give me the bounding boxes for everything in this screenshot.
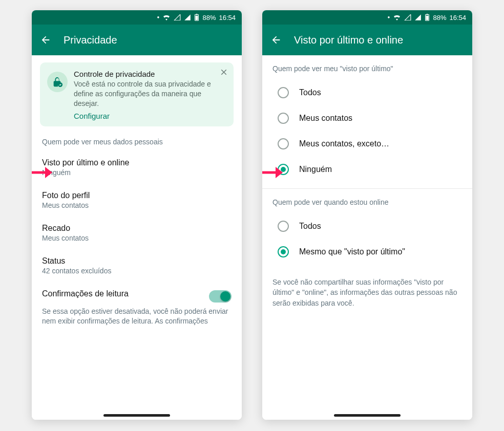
- status-bar: ● 88% 16:54: [32, 10, 242, 25]
- close-icon[interactable]: [219, 68, 228, 79]
- lock-check-icon: [47, 72, 68, 92]
- wifi-icon: [393, 14, 401, 20]
- phone-privacy-screen: ● 88% 16:54 Privacidade Controle de priv…: [32, 10, 242, 420]
- notification-dot-icon: ●: [388, 15, 390, 19]
- footer-note: Se você não compartilhar suas informaçõe…: [262, 271, 472, 308]
- radio-label: Meus contatos: [299, 114, 352, 123]
- setting-title: Visto por último e online: [42, 158, 232, 167]
- wifi-icon: [162, 14, 171, 20]
- nav-bar: [32, 411, 242, 420]
- radio-group-online: Todos Mesmo que "visto por último": [262, 211, 472, 271]
- setting-value: Meus contatos: [42, 201, 232, 209]
- setting-title: Recado: [42, 224, 232, 233]
- banner-text: Você está no controle da sua privacidade…: [74, 79, 226, 109]
- banner-title: Controle de privacidade: [74, 70, 226, 78]
- section-header-online: Quem pode ver quando estou online: [262, 189, 472, 211]
- section-header-lastseen: Quem pode ver meu "visto por último": [262, 55, 472, 78]
- setting-about[interactable]: Recado Meus contatos: [32, 217, 242, 249]
- radio-option-contacts[interactable]: Meus contatos: [262, 105, 472, 131]
- notification-dot-icon: ●: [157, 15, 160, 19]
- radio-icon: [278, 113, 289, 124]
- radio-group-lastseen: Todos Meus contatos Meus contatos, excet…: [262, 78, 472, 189]
- home-indicator[interactable]: [334, 414, 401, 417]
- battery-icon: [194, 14, 199, 21]
- signal-alt-icon: [174, 14, 181, 20]
- privacy-banner[interactable]: Controle de privacidade Você está no con…: [40, 62, 234, 126]
- svg-rect-7: [426, 16, 429, 20]
- setting-title: Status: [42, 256, 232, 266]
- setting-description: Se essa opção estiver desativada, você n…: [32, 307, 242, 327]
- radio-label: Todos: [299, 88, 321, 97]
- clock: 16:54: [449, 14, 466, 21]
- radio-icon: [278, 138, 289, 149]
- radio-option-everyone[interactable]: Todos: [262, 80, 472, 105]
- phone-lastseen-screen: ● 88% 16:54 Visto por último e online Qu…: [262, 10, 472, 420]
- setting-read-receipts[interactable]: Confirmações de leitura: [32, 282, 242, 307]
- setting-status[interactable]: Status 42 contatos excluídos: [32, 249, 242, 282]
- radio-label: Meus contatos, exceto…: [299, 139, 389, 148]
- app-bar: Privacidade: [32, 25, 242, 55]
- battery-icon: [425, 14, 430, 21]
- annotation-arrow: [262, 165, 284, 180]
- setting-last-seen[interactable]: Visto por último e online Ninguém: [32, 151, 242, 184]
- battery-percent: 88%: [202, 14, 216, 21]
- setting-profile-photo[interactable]: Foto do perfil Meus contatos: [32, 184, 242, 217]
- status-bar: ● 88% 16:54: [262, 10, 472, 25]
- clock: 16:54: [219, 14, 236, 21]
- signal-alt-icon: [404, 14, 411, 20]
- battery-percent: 88%: [433, 14, 446, 21]
- setting-title: Foto do perfil: [42, 191, 232, 200]
- svg-rect-1: [196, 14, 198, 14]
- radio-label: Ninguém: [299, 165, 332, 174]
- signal-icon: [184, 14, 191, 20]
- annotation-arrow: [32, 165, 53, 180]
- toggle-switch[interactable]: [209, 290, 232, 303]
- radio-icon: [278, 221, 289, 232]
- setting-title: Confirmações de leitura: [42, 289, 232, 298]
- radio-option-nobody[interactable]: Ninguém: [262, 157, 472, 182]
- setting-value: Meus contatos: [42, 234, 232, 242]
- back-icon[interactable]: [270, 34, 282, 46]
- setting-value: Ninguém: [42, 168, 232, 177]
- section-header-personal: Quem pode ver meus dados pessoais: [32, 135, 242, 151]
- app-bar: Visto por último e online: [262, 25, 472, 55]
- radio-label: Todos: [299, 222, 321, 231]
- setting-value: 42 contatos excluídos: [42, 267, 232, 275]
- svg-rect-6: [427, 14, 428, 14]
- page-title: Visto por último e online: [294, 34, 403, 46]
- radio-icon: [278, 87, 289, 98]
- home-indicator[interactable]: [103, 414, 170, 417]
- radio-icon: [278, 246, 289, 257]
- radio-option-online-same[interactable]: Mesmo que "visto por último": [262, 239, 472, 265]
- page-title: Privacidade: [64, 34, 117, 46]
- radio-label: Mesmo que "visto por último": [299, 247, 405, 256]
- back-icon[interactable]: [40, 34, 51, 46]
- banner-link[interactable]: Configurar: [74, 112, 226, 120]
- svg-rect-2: [196, 16, 198, 20]
- signal-icon: [414, 14, 422, 20]
- radio-option-contacts-except[interactable]: Meus contatos, exceto…: [262, 131, 472, 157]
- nav-bar: [262, 411, 472, 420]
- radio-option-online-everyone[interactable]: Todos: [262, 213, 472, 239]
